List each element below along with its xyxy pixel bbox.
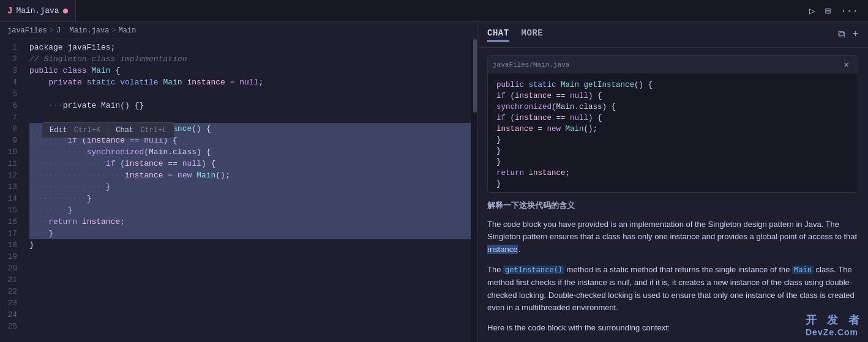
inline-code-main: Main xyxy=(792,266,814,274)
chat-tooltip-button[interactable]: Chat Ctrl+L xyxy=(108,123,174,138)
inline-code-getinstance: getInstance() xyxy=(503,266,564,274)
code-line: package javaFiles; xyxy=(29,42,477,53)
edit-chat-tooltip: Edit Ctrl+K Chat Ctrl+L xyxy=(42,122,174,138)
main-area: javaFiles > J Main.java > Main 12345 678… xyxy=(0,22,868,342)
code-line xyxy=(29,286,477,297)
breadcrumb-sep2: > xyxy=(111,26,116,35)
chat-code-block: javaFiles/Main.java ✕ public static Main… xyxy=(487,55,858,193)
run-button[interactable]: ▷ xyxy=(807,4,818,18)
breadcrumb-sep1: > xyxy=(50,26,54,35)
file-ref: javaFiles/Main.java xyxy=(493,61,569,69)
breadcrumb-symbol: Main xyxy=(119,26,137,35)
code-line xyxy=(29,321,477,332)
split-button[interactable]: ⊞ xyxy=(823,4,834,18)
breadcrumb-file: J Main.java xyxy=(56,26,109,35)
code-line: } xyxy=(29,239,477,251)
scrollbar[interactable] xyxy=(471,39,477,342)
code-line xyxy=(29,297,477,309)
code-line: ···private Main() {} xyxy=(29,100,477,111)
breadcrumb-folder: javaFiles xyxy=(7,26,47,35)
edit-label: Edit xyxy=(50,126,67,135)
code-line: ····················instance = new Main(… xyxy=(29,169,477,181)
tab-bar: J Main.java ▷ ⊞ ··· xyxy=(0,0,868,22)
chat-question: 解释一下这块代码的含义 xyxy=(487,200,858,211)
close-code-block-button[interactable]: ✕ xyxy=(840,58,853,71)
code-line xyxy=(29,88,477,100)
answer-text-2-mid: method is a static method that returns t… xyxy=(564,265,792,274)
code-line xyxy=(29,274,477,286)
code-line: private static volatile Main instance = … xyxy=(29,76,477,88)
chat-answer-para1: The code block you have provided is an i… xyxy=(487,218,858,256)
code-line: ····return instance; xyxy=(29,216,477,228)
tab-chat[interactable]: CHAT xyxy=(487,28,509,42)
code-line xyxy=(29,111,477,123)
chat-body[interactable]: javaFiles/Main.java ✕ public static Main… xyxy=(477,48,868,342)
chat-code-content: public static Main getInstance() { if (i… xyxy=(488,73,858,193)
history-icon[interactable]: ⧉ xyxy=(838,29,845,40)
chat-panel: CHAT MORE ⧉ + javaFiles/Main.java ✕ publ… xyxy=(477,22,868,342)
tab-filename: Main.java xyxy=(16,6,59,15)
chat-header: CHAT MORE ⧉ + xyxy=(477,22,868,48)
add-icon[interactable]: + xyxy=(852,29,858,40)
answer-text-2-pre: The xyxy=(487,265,503,274)
watermark: 开 发 者 DevZe.Com xyxy=(806,313,863,337)
code-line: ········} xyxy=(29,204,477,216)
tab-actions: ▷ ⊞ ··· xyxy=(807,4,868,18)
code-line: ················if (instance == null) { xyxy=(29,158,477,169)
main-java-tab[interactable]: J Main.java xyxy=(0,0,76,21)
chat-tabs: CHAT MORE xyxy=(487,28,543,42)
chat-code-block-header: javaFiles/Main.java ✕ xyxy=(488,56,858,73)
code-line: ····} xyxy=(29,228,477,239)
more-button[interactable]: ··· xyxy=(838,4,861,18)
java-icon: J xyxy=(7,6,12,16)
code-line: ············} xyxy=(29,193,477,204)
chat-answer-para3: Here is the code block with the surround… xyxy=(487,322,858,335)
code-line xyxy=(29,262,477,274)
code-area: 12345 678910 1112131415 1617181920 21222… xyxy=(0,39,477,342)
edit-shortcut: Ctrl+K xyxy=(74,126,100,135)
code-line: ············synchronized(Main.class) { xyxy=(29,146,477,158)
unsaved-dot xyxy=(63,9,68,13)
code-line xyxy=(29,251,477,262)
code-line: // Singleton class implementation xyxy=(29,53,477,65)
chat-header-actions: ⧉ + xyxy=(838,29,858,40)
code-line xyxy=(29,309,477,321)
editor-panel: javaFiles > J Main.java > Main 12345 678… xyxy=(0,22,477,342)
edit-tooltip-button[interactable]: Edit Ctrl+K xyxy=(42,123,108,138)
chat-label: Chat xyxy=(116,126,133,135)
code-line: ················} xyxy=(29,181,477,193)
chat-answer-para2: The getInstance() method is a static met… xyxy=(487,264,858,314)
answer-text-1: The code block you have provided is an i… xyxy=(487,220,857,255)
code-line: public class Main { xyxy=(29,65,477,76)
chat-shortcut: Ctrl+L xyxy=(140,126,166,135)
scroll-thumb xyxy=(473,39,477,113)
line-numbers: 12345 678910 1112131415 1617181920 21222… xyxy=(0,39,24,342)
code-content: package javaFiles; // Singleton class im… xyxy=(24,39,477,342)
breadcrumb: javaFiles > J Main.java > Main xyxy=(0,22,477,39)
tab-more[interactable]: MORE xyxy=(522,28,544,42)
